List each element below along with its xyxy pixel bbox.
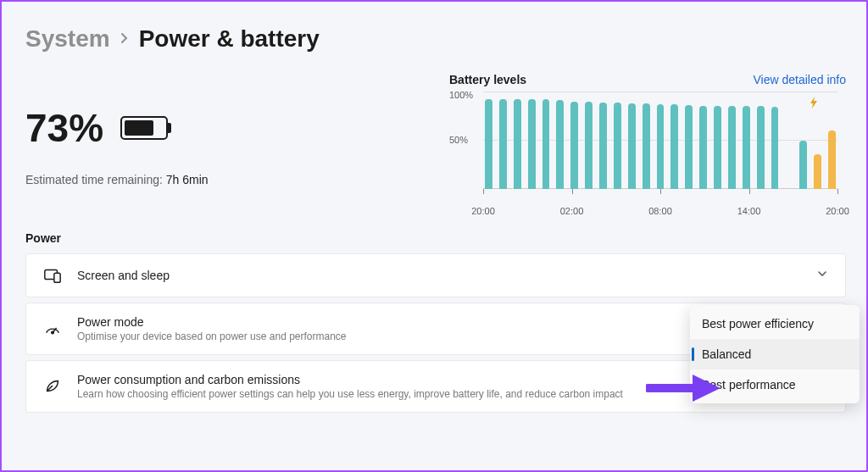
page-title: Power & battery	[139, 25, 320, 53]
chart-bar	[699, 106, 707, 189]
chart-bar	[514, 99, 521, 189]
battery-icon	[120, 116, 168, 140]
chart-bar	[614, 103, 621, 189]
breadcrumb: System Power & battery	[25, 25, 846, 53]
chevron-down-icon[interactable]	[816, 268, 828, 283]
card-screen-sleep[interactable]: Screen and sleep	[25, 253, 846, 297]
x-tick-label: 08:00	[648, 206, 672, 216]
chart-bar	[499, 99, 507, 189]
chart-bar	[599, 103, 607, 189]
breadcrumb-parent[interactable]: System	[25, 25, 110, 53]
dropdown-item[interactable]: Balanced	[690, 339, 860, 369]
dropdown-item[interactable]: Best power efficiency	[690, 308, 860, 339]
chevron-right-icon	[120, 31, 129, 48]
chart-bar	[542, 99, 550, 189]
battery-percent: 73%	[25, 105, 103, 151]
chart-bar	[771, 107, 779, 189]
chart-bar	[556, 100, 564, 189]
chart-bar	[570, 102, 578, 190]
chart-bar	[757, 106, 765, 189]
chart-bar	[528, 99, 536, 189]
svg-rect-1	[54, 273, 60, 282]
estimated-time: Estimated time remaining: 7h 6min	[25, 173, 415, 186]
svg-point-3	[52, 331, 54, 334]
x-tick-label: 20:00	[826, 206, 849, 216]
y-tick-100: 100%	[449, 90, 473, 100]
x-tick-label: 14:00	[737, 206, 761, 216]
chart-title: Battery levels	[449, 73, 526, 86]
chart-bar	[585, 102, 593, 190]
chart-bar	[828, 130, 836, 189]
chart-bar	[799, 141, 807, 190]
chart-bar	[657, 104, 665, 189]
annotation-arrow	[646, 373, 722, 407]
card-title: Screen and sleep	[77, 269, 801, 282]
section-power: Power	[25, 231, 846, 245]
chart-bar	[714, 106, 721, 189]
chart-bar	[743, 106, 750, 189]
chart-bar	[643, 103, 650, 189]
chart-bar	[685, 105, 693, 189]
x-tick-label: 20:00	[471, 206, 495, 216]
battery-chart: 100% 50% 20:0002:0008:0014:0020:00	[449, 92, 846, 206]
chart-bar	[628, 103, 636, 189]
leaf-icon	[43, 377, 62, 396]
speedometer-icon	[43, 319, 62, 338]
view-detailed-link[interactable]: View detailed info	[754, 73, 846, 86]
screen-icon	[43, 266, 62, 285]
y-tick-50: 50%	[449, 135, 468, 145]
chart-bar	[670, 104, 678, 189]
x-tick-label: 02:00	[560, 206, 584, 216]
chart-bar	[485, 99, 492, 189]
chart-bar	[814, 154, 821, 189]
chart-bar	[728, 106, 736, 189]
